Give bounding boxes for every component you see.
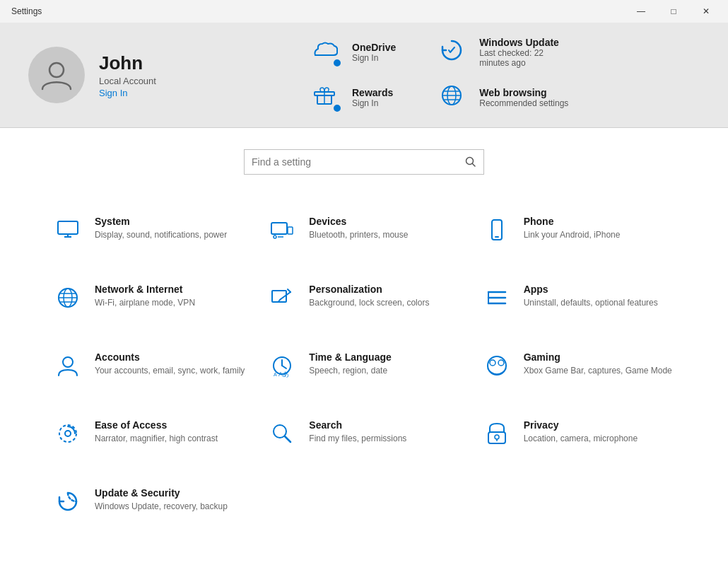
update-icon — [54, 487, 82, 516]
onedrive-item[interactable]: OneDrive Sign In — [311, 37, 396, 68]
settings-item-time[interactable]: A Aあ Time & Language Speech, region, dat… — [257, 332, 471, 400]
web-browsing-item[interactable]: Web browsing Recommended settings — [438, 82, 568, 113]
svg-point-47 — [495, 435, 499, 439]
settings-item-desc: Find my files, permissions — [309, 433, 406, 445]
accounts-icon — [54, 351, 82, 380]
settings-grid: System Display, sound, notifications, po… — [0, 189, 728, 542]
privacy-icon — [483, 419, 511, 448]
window-title: Settings — [11, 6, 42, 16]
user-info: John Local Account Sign In — [99, 52, 156, 98]
svg-rect-46 — [488, 432, 505, 443]
maximize-button[interactable]: □ — [657, 0, 690, 23]
svg-text:Aあ: Aあ — [278, 371, 289, 378]
settings-item-apps[interactable]: Apps Uninstall, defaults, optional featu… — [471, 264, 686, 332]
ease-icon — [54, 419, 82, 448]
rewards-icon-wrap — [311, 82, 342, 113]
search-container — [0, 128, 728, 189]
close-button[interactable]: ✕ — [690, 0, 722, 23]
windows-update-item[interactable]: Windows Update Last checked: 22minutes a… — [438, 37, 568, 68]
settings-item-privacy[interactable]: Privacy Location, camera, microphone — [471, 400, 686, 467]
settings-item-desc: Uninstall, defaults, optional features — [524, 297, 658, 309]
rewards-item[interactable]: Rewards Sign In — [311, 82, 396, 113]
svg-point-42 — [59, 425, 76, 442]
svg-line-45 — [285, 436, 290, 442]
search-input[interactable] — [252, 156, 459, 168]
settings-item-devices[interactable]: Devices Bluetooth, printers, mouse — [257, 196, 471, 264]
svg-rect-10 — [58, 221, 78, 234]
settings-item-text: Accounts Your accounts, email, sync, wor… — [95, 351, 245, 377]
settings-item-desc: Wi-Fi, airplane mode, VPN — [95, 297, 195, 309]
windows-update-icon-wrap — [438, 37, 469, 68]
settings-item-desc: Windows Update, recovery, backup — [95, 501, 228, 513]
network-icon — [54, 284, 82, 312]
search-icon — [268, 419, 296, 448]
settings-item-name: Accounts — [95, 351, 245, 363]
svg-text:A: A — [274, 372, 277, 377]
rewards-status-dot — [332, 103, 342, 113]
main-content: System Display, sound, notifications, po… — [0, 128, 728, 570]
settings-item-text: System Display, sound, notifications, po… — [95, 216, 227, 241]
settings-item-name: Search — [309, 419, 406, 431]
settings-item-text: Search Find my files, permissions — [309, 419, 406, 445]
svg-line-27 — [279, 299, 281, 301]
settings-item-name: Phone — [524, 216, 621, 227]
settings-item-name: System — [95, 216, 227, 227]
avatar — [28, 47, 85, 103]
minimize-button[interactable]: — — [625, 0, 657, 23]
settings-item-text: Phone Link your Android, iPhone — [524, 216, 621, 241]
svg-point-15 — [274, 235, 276, 238]
rewards-sub: Sign In — [352, 98, 393, 108]
settings-item-text: Time & Language Speech, region, date — [309, 351, 391, 377]
settings-item-name: Devices — [309, 216, 408, 227]
phone-icon — [483, 216, 511, 244]
settings-item-network[interactable]: Network & Internet Wi-Fi, airplane mode,… — [42, 264, 257, 332]
settings-item-text: Network & Internet Wi-Fi, airplane mode,… — [95, 284, 195, 309]
search-icon — [465, 156, 476, 168]
windows-update-name: Windows Update — [479, 37, 559, 48]
apps-icon — [483, 284, 511, 312]
settings-item-update[interactable]: Update & Security Windows Update, recove… — [42, 467, 257, 535]
search-box[interactable] — [244, 149, 484, 175]
onedrive-icon-wrap — [311, 37, 342, 68]
settings-item-system[interactable]: System Display, sound, notifications, po… — [42, 196, 257, 264]
settings-item-name: Gaming — [524, 351, 672, 363]
web-browsing-icon-wrap — [438, 82, 469, 113]
settings-item-desc: Link your Android, iPhone — [524, 229, 621, 241]
gaming-icon — [483, 351, 511, 380]
settings-item-desc: Display, sound, notifications, power — [95, 229, 227, 241]
svg-rect-14 — [288, 227, 293, 234]
windows-update-sub: Last checked: 22minutes ago — [479, 48, 559, 68]
header-banner: John Local Account Sign In OneDrive Sign… — [0, 23, 728, 128]
web-browsing-name: Web browsing — [479, 87, 568, 98]
settings-item-desc: Narrator, magnifier, high contrast — [95, 433, 218, 445]
user-sign-in-link[interactable]: Sign In — [99, 88, 156, 98]
svg-line-9 — [473, 164, 476, 167]
user-account-type: Local Account — [99, 76, 156, 86]
settings-item-text: Devices Bluetooth, printers, mouse — [309, 216, 408, 241]
onedrive-status-dot — [332, 58, 342, 68]
service-col-1: OneDrive Sign In Rewards — [311, 37, 396, 113]
settings-item-text: Personalization Background, lock screen,… — [309, 284, 429, 309]
settings-item-desc: Xbox Game Bar, captures, Game Mode — [524, 365, 672, 377]
personalization-icon — [268, 284, 296, 312]
settings-item-phone[interactable]: Phone Link your Android, iPhone — [471, 196, 686, 264]
settings-item-text: Ease of Access Narrator, magnifier, high… — [95, 419, 218, 445]
settings-item-search[interactable]: Search Find my files, permissions — [257, 400, 471, 467]
settings-item-desc: Bluetooth, printers, mouse — [309, 229, 408, 241]
title-bar: Settings — □ ✕ — [0, 0, 728, 23]
settings-item-text: Update & Security Windows Update, recove… — [95, 487, 228, 513]
svg-point-33 — [63, 357, 73, 367]
svg-point-43 — [65, 431, 71, 436]
settings-item-text: Privacy Location, camera, microphone — [524, 419, 638, 445]
rewards-name: Rewards — [352, 87, 393, 98]
svg-line-36 — [282, 366, 286, 368]
settings-item-gaming[interactable]: Gaming Xbox Game Bar, captures, Game Mod… — [471, 332, 686, 400]
onedrive-name: OneDrive — [352, 42, 396, 53]
svg-point-41 — [498, 360, 504, 366]
settings-item-name: Time & Language — [309, 351, 391, 363]
svg-rect-13 — [271, 223, 287, 234]
settings-item-personalization[interactable]: Personalization Background, lock screen,… — [257, 264, 471, 332]
settings-item-ease[interactable]: Ease of Access Narrator, magnifier, high… — [42, 400, 257, 467]
settings-item-name: Update & Security — [95, 487, 228, 499]
settings-item-accounts[interactable]: Accounts Your accounts, email, sync, wor… — [42, 332, 257, 400]
